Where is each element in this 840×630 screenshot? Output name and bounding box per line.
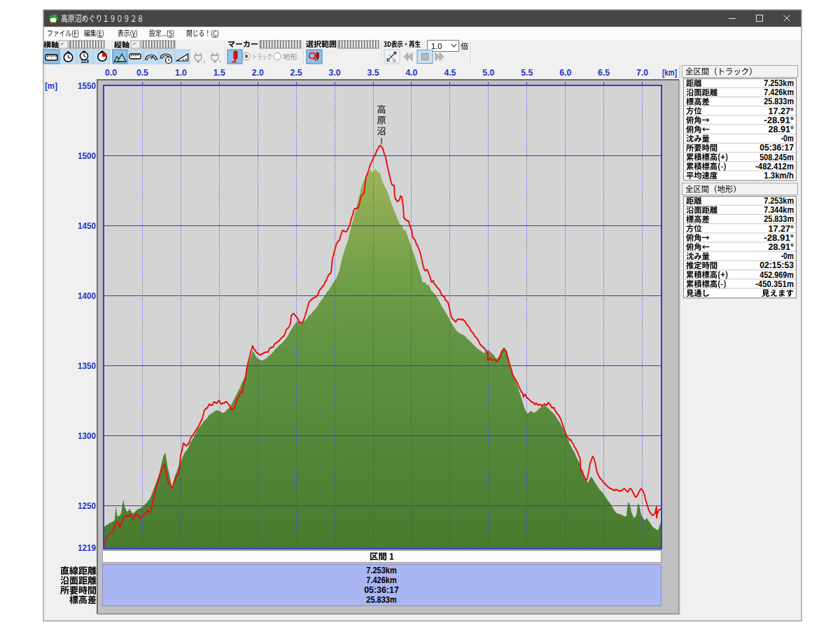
svg-text:1500: 1500 xyxy=(78,150,96,161)
svg-text:1250: 1250 xyxy=(78,500,96,511)
svg-text:7.426km: 7.426km xyxy=(366,575,396,585)
svg-text:1.3km/h: 1.3km/h xyxy=(764,171,794,181)
svg-text:-482.412m: -482.412m xyxy=(755,162,794,172)
svg-text:6.5: 6.5 xyxy=(598,67,610,78)
svg-text:1.0: 1.0 xyxy=(175,67,187,78)
svg-text:25.833m: 25.833m xyxy=(764,214,794,224)
svg-text:1350: 1350 xyxy=(78,360,96,371)
svg-text:-0m: -0m xyxy=(781,251,794,261)
svg-text:1450: 1450 xyxy=(78,220,96,231)
svg-text:[km]: [km] xyxy=(662,67,677,78)
svg-text:-0m: -0m xyxy=(781,134,794,144)
svg-text:7.253km: 7.253km xyxy=(366,566,396,575)
svg-text:[m]: [m] xyxy=(45,80,57,91)
svg-text:3.0: 3.0 xyxy=(329,67,341,78)
svg-text:2.0: 2.0 xyxy=(252,67,264,78)
svg-text:3.5: 3.5 xyxy=(368,67,379,78)
svg-text:17.27°: 17.27° xyxy=(768,224,794,234)
svg-text:1400: 1400 xyxy=(78,290,96,301)
svg-text:1550: 1550 xyxy=(78,80,96,91)
svg-text:7.426km: 7.426km xyxy=(764,88,794,97)
svg-text:5.0: 5.0 xyxy=(482,67,494,78)
svg-text:25.833m: 25.833m xyxy=(764,97,794,106)
svg-text:6.0: 6.0 xyxy=(559,67,571,78)
svg-text:4.0: 4.0 xyxy=(405,67,417,78)
svg-text:02:15:53: 02:15:53 xyxy=(760,260,794,270)
svg-text:508.245m: 508.245m xyxy=(760,153,794,162)
svg-text:0.0: 0.0 xyxy=(105,67,117,78)
svg-text:-28.91°: -28.91° xyxy=(764,115,794,125)
svg-text:123: 123 xyxy=(80,59,89,64)
svg-text:05:36:17: 05:36:17 xyxy=(364,585,399,595)
svg-text:05:36:17: 05:36:17 xyxy=(760,143,794,153)
svg-text:2.5: 2.5 xyxy=(290,67,302,78)
svg-text:7.0: 7.0 xyxy=(636,67,648,78)
svg-text:1300: 1300 xyxy=(78,430,96,441)
svg-text:1219: 1219 xyxy=(78,542,96,553)
svg-text:1.0: 1.0 xyxy=(431,42,442,50)
svg-text:25.833m: 25.833m xyxy=(366,595,396,605)
svg-text:-450.351m: -450.351m xyxy=(755,279,794,289)
svg-text:0.5: 0.5 xyxy=(136,67,148,78)
svg-text:1.5: 1.5 xyxy=(214,67,225,78)
svg-text:5.5: 5.5 xyxy=(521,67,533,78)
svg-text:7.253km: 7.253km xyxy=(764,78,794,88)
svg-text:4.5: 4.5 xyxy=(444,67,456,78)
svg-text:452.969m: 452.969m xyxy=(760,270,794,280)
svg-text:7.344km: 7.344km xyxy=(764,205,794,215)
svg-text:O: O xyxy=(393,59,396,63)
svg-text:28.91°: 28.91° xyxy=(768,125,794,134)
svg-text:7.253km: 7.253km xyxy=(764,196,794,206)
svg-text:28.91°: 28.91° xyxy=(768,242,794,252)
svg-text:17.27°: 17.27° xyxy=(768,106,794,116)
svg-text:-28.91°: -28.91° xyxy=(764,233,794,243)
